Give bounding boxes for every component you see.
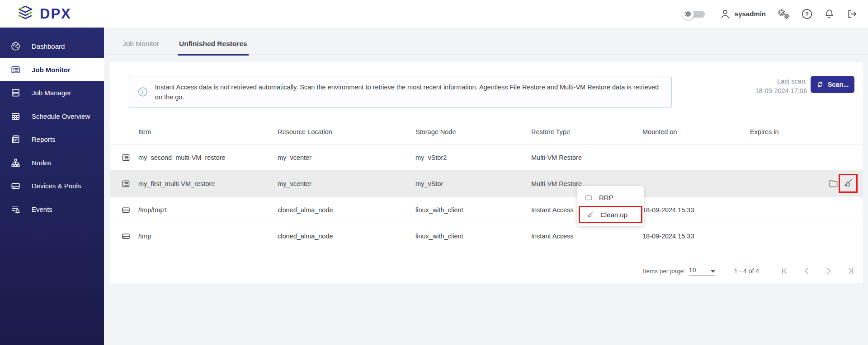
last-page-icon[interactable] bbox=[846, 266, 855, 275]
annotation-box-broom bbox=[839, 174, 858, 193]
chevron-down-icon bbox=[711, 270, 715, 273]
report-icon bbox=[10, 134, 21, 145]
cell-item: my_second_multi-VM_restore bbox=[138, 154, 226, 161]
toggle-gear-icon bbox=[682, 8, 694, 20]
prev-page-icon[interactable] bbox=[802, 266, 811, 275]
menu-item-clean-up[interactable]: Clean up bbox=[579, 206, 642, 223]
page-range: 1 - 4 of 4 bbox=[734, 267, 759, 275]
tab-unfinished-restores[interactable]: Unfinished Restores bbox=[178, 40, 249, 56]
next-page-icon[interactable] bbox=[824, 266, 833, 275]
sidebar-item-job-manager[interactable]: Job Manager bbox=[0, 81, 104, 105]
cell-storage-node: linux_with_client bbox=[415, 206, 463, 214]
cell-restore-type: Instant Access bbox=[531, 206, 574, 214]
broom-icon[interactable] bbox=[842, 177, 854, 189]
sidebar-item-reports[interactable]: Reports bbox=[0, 128, 104, 151]
notifications-bell-icon[interactable] bbox=[824, 8, 835, 20]
items-per-page-value: 10 bbox=[689, 266, 696, 274]
cell-resource-location: cloned_alma_node bbox=[278, 206, 333, 214]
scan-button-label: Scan... bbox=[828, 81, 849, 88]
cell-storage-node: my_vStor bbox=[415, 180, 443, 187]
top-bar: DPX sysadmin bbox=[0, 0, 868, 28]
multi-vm-list-icon bbox=[121, 153, 131, 162]
settings-gears-icon[interactable] bbox=[777, 8, 790, 20]
logout-icon[interactable] bbox=[846, 8, 858, 20]
table-row[interactable]: my_second_multi-VM_restore my_vcenter my… bbox=[110, 145, 863, 171]
sidebar-item-devices-pools[interactable]: Devices & Pools bbox=[0, 174, 104, 198]
help-icon[interactable]: ? bbox=[801, 8, 813, 20]
dpx-logo-icon bbox=[16, 5, 34, 23]
brand-logo: DPX bbox=[16, 5, 71, 23]
pagination: Items per page: 10 1 - 4 of 4 bbox=[643, 263, 855, 279]
cell-resource-location: cloned_alma_node bbox=[278, 233, 333, 240]
username: sysadmin bbox=[735, 10, 766, 18]
cell-storage-node: my_vStor2 bbox=[415, 154, 447, 161]
theme-toggle[interactable] bbox=[682, 8, 706, 20]
cell-resource-location: my_vcenter bbox=[278, 180, 311, 187]
last-scan-label: Last scan: bbox=[711, 77, 807, 86]
broom-icon bbox=[586, 210, 594, 219]
col-expires-in: Expires in bbox=[750, 128, 779, 135]
info-banner: Instant Access data is not retrieved aut… bbox=[129, 76, 672, 108]
col-item: Item bbox=[138, 128, 151, 135]
brand-name: DPX bbox=[40, 6, 71, 22]
col-mounted-on: Mounted on bbox=[642, 128, 677, 135]
sidebar-item-label: Dashboard bbox=[32, 42, 65, 50]
cell-restore-type: Multi-VM Restore bbox=[531, 154, 582, 161]
sidebar-item-schedule-overview[interactable]: Schedule Overview bbox=[0, 105, 104, 128]
table-header: Item Resource Location Storage Node Rest… bbox=[110, 120, 863, 145]
cell-resource-location: my_vcenter bbox=[278, 154, 311, 161]
table-row[interactable]: /tmp cloned_alma_node linux_with_client … bbox=[110, 223, 863, 249]
cards-icon bbox=[10, 88, 21, 98]
topbar-actions: sysadmin ? bbox=[682, 0, 858, 28]
row-context-menu: RRP Clean up bbox=[577, 186, 644, 226]
sidebar-item-dashboard[interactable]: Dashboard bbox=[0, 35, 104, 58]
tab-bar: Job Monitor Unfinished Restores bbox=[121, 40, 249, 56]
sidebar: Dashboard Job Monitor Job Manager Schedu… bbox=[0, 28, 104, 345]
first-page-icon[interactable] bbox=[780, 266, 789, 275]
unfinished-restores-panel: Instant Access data is not retrieved aut… bbox=[110, 62, 863, 283]
cell-storage-node: linux_with_client bbox=[415, 233, 463, 240]
cell-mounted-on: 18-09-2024 15:33 bbox=[642, 206, 694, 214]
menu-item-rrp[interactable]: RRP bbox=[577, 189, 644, 206]
scan-button[interactable]: Scan... bbox=[811, 76, 854, 93]
last-scan: Last scan: 18-09-2024 17:06 bbox=[711, 77, 807, 96]
multi-vm-list-icon bbox=[121, 179, 131, 188]
sidebar-item-label: Reports bbox=[32, 135, 56, 143]
col-storage-node: Storage Node bbox=[415, 128, 456, 135]
user-menu[interactable]: sysadmin bbox=[719, 8, 766, 20]
table-row-highlighted[interactable]: my_first_multi-VM_restore my_vcenter my_… bbox=[110, 171, 863, 197]
hard-drive-icon bbox=[121, 205, 131, 214]
drive-icon bbox=[10, 181, 21, 191]
sidebar-item-nodes[interactable]: Nodes bbox=[0, 151, 104, 175]
cell-restore-type: Multi-VM Restore bbox=[531, 180, 582, 187]
sidebar-item-label: Nodes bbox=[32, 159, 51, 167]
table-row[interactable]: /tmp/tmp1 cloned_alma_node linux_with_cl… bbox=[110, 197, 863, 223]
sidebar-item-events[interactable]: Events bbox=[0, 198, 104, 221]
refresh-icon bbox=[816, 81, 824, 88]
page-navigation bbox=[780, 266, 855, 275]
sidebar-item-job-monitor[interactable]: Job Monitor bbox=[0, 58, 104, 82]
menu-item-label: Clean up bbox=[600, 211, 627, 219]
col-resource-location: Resource Location bbox=[278, 128, 332, 135]
items-per-page-select[interactable]: 10 bbox=[689, 266, 715, 275]
sidebar-item-label: Job Manager bbox=[32, 89, 71, 97]
sidebar-item-label: Events bbox=[32, 205, 52, 213]
event-list-bell-icon bbox=[10, 204, 21, 214]
folder-icon[interactable] bbox=[828, 178, 839, 189]
user-icon bbox=[719, 8, 731, 20]
cell-item: /tmp bbox=[138, 233, 151, 240]
info-banner-text: Instant Access data is not retrieved aut… bbox=[155, 82, 663, 102]
tab-job-monitor[interactable]: Job Monitor bbox=[121, 40, 160, 56]
nodes-icon bbox=[10, 158, 21, 168]
list-icon bbox=[10, 65, 21, 75]
calendar-icon bbox=[10, 111, 21, 121]
sidebar-item-label: Devices & Pools bbox=[32, 182, 81, 190]
menu-item-label: RRP bbox=[599, 194, 613, 201]
restores-table: Item Resource Location Storage Node Rest… bbox=[110, 120, 863, 249]
cell-item: /tmp/tmp1 bbox=[138, 206, 167, 214]
gauge-icon bbox=[10, 41, 21, 51]
cell-mounted-on: 18-09-2024 15:33 bbox=[642, 233, 694, 240]
items-per-page-label: Items per page: bbox=[643, 268, 685, 275]
cell-restore-type: Instant Access bbox=[531, 233, 574, 240]
sidebar-item-label: Schedule Overview bbox=[32, 112, 90, 120]
